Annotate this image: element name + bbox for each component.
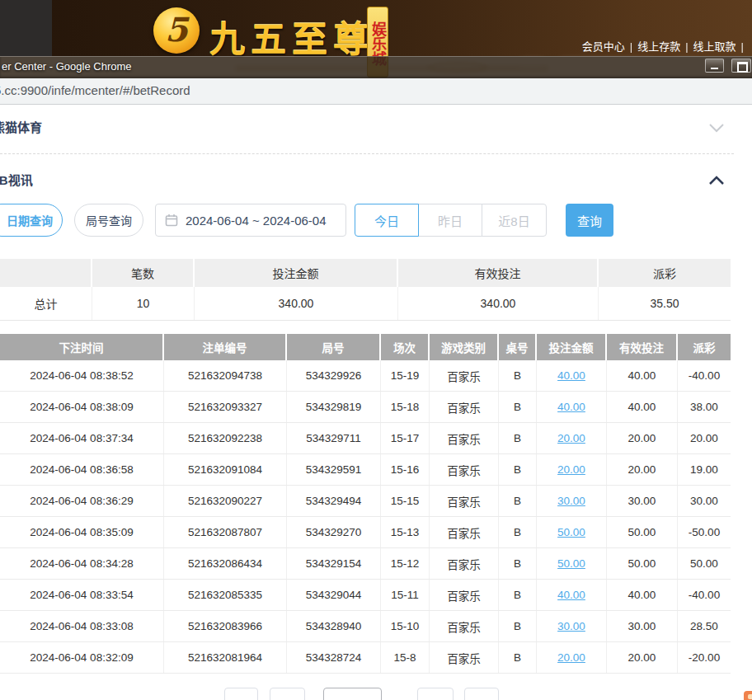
bet-amount-link[interactable]: 30.00 (557, 495, 585, 507)
table-cell: 534329494 (287, 486, 381, 516)
bet-header-cell: 游戏类别 (430, 334, 499, 360)
nav-link[interactable]: 线上取款 (693, 40, 736, 53)
section-divider (0, 153, 734, 154)
summary-header-cell: 派彩 (599, 259, 731, 287)
table-cell: 534328724 (287, 642, 381, 673)
section-panda-sports[interactable]: 熊猫体育 (0, 118, 42, 135)
table-cell: 50.00 (607, 517, 678, 547)
quick-range-group: 今日 昨日 近8日 (355, 204, 547, 237)
table-row: 2024-06-04 08:33:54521632085335534329044… (0, 580, 731, 611)
table-cell: 50.00 (537, 517, 607, 547)
bet-amount-link[interactable]: 40.00 (557, 401, 585, 413)
section-bb-video[interactable]: BB视讯 (0, 171, 33, 188)
summary-header-cell: 投注金额 (195, 259, 398, 287)
table-cell: 40.00 (537, 360, 607, 391)
bet-header-cell: 派彩 (678, 334, 731, 360)
table-cell: B (499, 580, 537, 610)
bet-amount-link[interactable]: 50.00 (557, 526, 585, 538)
today-button[interactable]: 今日 (355, 204, 419, 237)
table-cell: 20.00 (537, 642, 607, 673)
summary-cell: 总计 (0, 287, 92, 320)
table-cell: 50.00 (537, 548, 607, 579)
bet-amount-link[interactable]: 40.00 (557, 369, 585, 382)
bet-amount-link[interactable]: 50.00 (557, 557, 585, 570)
table-cell: 50.00 (678, 548, 731, 579)
round-query-tab[interactable]: 局号查询 (74, 204, 143, 237)
pagination-button[interactable] (417, 688, 454, 700)
site-logo-text: 九五至尊 (209, 11, 374, 62)
window-maximize-button[interactable] (731, 59, 751, 73)
table-cell: 15-10 (381, 611, 430, 641)
table-cell: 百家乐 (430, 454, 499, 485)
table-cell: 2024-06-04 08:33:54 (0, 580, 164, 610)
pagination-page-input[interactable] (323, 688, 382, 700)
table-cell: 40.00 (607, 580, 678, 610)
nav-separator: | (685, 40, 688, 53)
table-row: 2024-06-04 08:33:08521632083966534328940… (0, 611, 731, 642)
table-cell: -20.00 (678, 642, 731, 673)
nav-link[interactable]: 会员中心 (582, 40, 625, 53)
summary-header-cell: 有效投注 (398, 259, 599, 287)
bet-amount-link[interactable]: 30.00 (557, 620, 585, 632)
table-cell: 30.00 (537, 486, 607, 516)
table-row: 2024-06-04 08:36:58521632091084534329591… (0, 454, 731, 486)
table-cell: 2024-06-04 08:34:28 (0, 548, 164, 579)
bet-records-table: 下注时间注单编号局号场次游戏类别桌号投注金额有效投注派彩 2024-06-04 … (0, 334, 731, 674)
pagination-button[interactable] (224, 688, 258, 700)
nav-link[interactable]: 线上存款 (637, 40, 680, 53)
bet-amount-link[interactable]: 20.00 (557, 432, 585, 444)
table-cell: 15-15 (381, 486, 430, 516)
bet-amount-link[interactable]: 20.00 (557, 463, 585, 476)
table-cell: B (499, 517, 537, 547)
bet-table-body: 2024-06-04 08:38:52521632094738534329926… (0, 360, 731, 674)
table-cell: 30.00 (537, 611, 607, 641)
table-row: 2024-06-04 08:34:28521632086434534329154… (0, 548, 731, 580)
table-cell: B (499, 611, 537, 641)
floating-service-button[interactable] (744, 691, 752, 700)
table-cell: -50.00 (678, 517, 731, 547)
table-cell: 28.50 (678, 611, 731, 641)
table-cell: 521632081964 (164, 642, 287, 673)
bet-header-cell: 注单编号 (164, 334, 287, 360)
window-minimize-button[interactable] (705, 59, 724, 73)
chrome-titlebar: er Center - Google Chrome (0, 56, 752, 78)
pagination-button[interactable] (464, 688, 499, 700)
table-cell: 百家乐 (430, 360, 499, 391)
table-cell: 2024-06-04 08:32:09 (0, 642, 164, 673)
calendar-icon (165, 214, 178, 227)
logo-mark: 5 (153, 7, 200, 52)
date-range-input[interactable]: 2024-06-04 ~ 2024-06-04 (155, 204, 346, 237)
site-header: 5 九五至尊 娱乐城 会员中心|线上存款|线上取款| (0, 0, 752, 56)
table-cell: 521632094738 (164, 360, 287, 391)
table-cell: 2024-06-04 08:33:08 (0, 611, 164, 641)
table-cell: 534329711 (287, 423, 381, 453)
top-nav: 会员中心|线上存款|线上取款| (582, 38, 749, 54)
bet-header-cell: 有效投注 (607, 334, 678, 360)
pagination-button[interactable] (270, 688, 305, 700)
table-cell: 521632085335 (164, 580, 287, 610)
table-cell: B (499, 548, 537, 579)
table-cell: 534329926 (287, 360, 381, 391)
last8days-button[interactable]: 近8日 (482, 204, 547, 237)
search-button[interactable]: 查询 (566, 204, 613, 237)
bet-header-cell: 场次 (381, 334, 430, 360)
table-cell: 50.00 (607, 548, 678, 579)
table-cell: 30.00 (607, 611, 678, 641)
date-query-tab[interactable]: 日期查询 (0, 204, 63, 237)
chevron-up-icon[interactable] (709, 173, 724, 188)
table-row: 2024-06-04 08:36:29521632090227534329494… (0, 486, 731, 517)
bet-amount-link[interactable]: 40.00 (557, 589, 585, 601)
table-cell: B (499, 360, 537, 391)
table-cell: 15-12 (381, 548, 430, 579)
table-cell: 20.00 (607, 423, 678, 453)
table-cell: 38.00 (678, 392, 731, 422)
yesterday-button[interactable]: 昨日 (418, 204, 482, 237)
bet-header-cell: 桌号 (499, 334, 537, 360)
table-cell: B (499, 486, 537, 516)
table-cell: 2024-06-04 08:38:52 (0, 360, 164, 391)
table-cell: 2024-06-04 08:35:09 (0, 517, 164, 547)
bet-amount-link[interactable]: 20.00 (557, 651, 585, 664)
chevron-down-icon[interactable] (709, 121, 724, 136)
chrome-urlbar[interactable]: 5.cc:9900/infe/mcenter/#/betRecord (0, 78, 752, 105)
url-text: 5.cc:9900/infe/mcenter/#/betRecord (0, 83, 190, 97)
